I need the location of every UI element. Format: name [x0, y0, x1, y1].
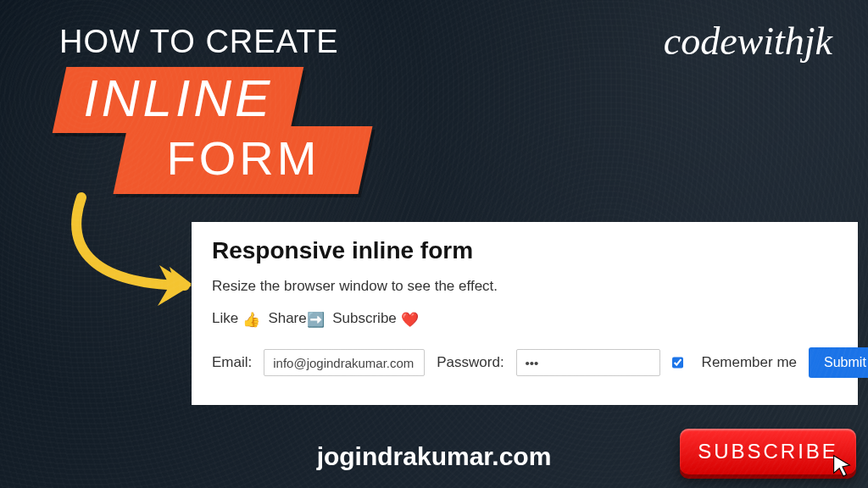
title-inline-text: INLINE	[83, 72, 273, 125]
social-share-label: Share	[268, 310, 306, 326]
social-like-label: Like	[212, 310, 238, 326]
card-heading: Responsive inline form	[212, 237, 839, 264]
title-block: How to Create INLINE FORM	[59, 24, 365, 194]
remember-checkbox[interactable]	[672, 356, 683, 369]
submit-button[interactable]: Submit	[809, 347, 868, 378]
heart-icon: ❤️	[401, 311, 419, 329]
email-label: Email:	[212, 354, 252, 371]
inline-form: Email: Password: Remember me Submit	[212, 347, 839, 378]
social-subscribe-label: Subscribe	[332, 310, 397, 326]
remember-label: Remember me	[702, 354, 797, 371]
arrow-right-icon: ➡️	[307, 311, 325, 329]
title-tag-form: FORM	[113, 126, 372, 194]
brand-logo: codewithjk	[664, 19, 832, 64]
cursor-icon	[829, 452, 854, 478]
card-social: Like 👍 Share➡️ Subscribe ❤️	[212, 310, 839, 329]
form-card: Responsive inline form Resize the browse…	[192, 222, 858, 405]
thumbnail-canvas: codewithjk How to Create INLINE FORM Res…	[0, 0, 868, 488]
email-field[interactable]	[264, 349, 425, 376]
subscribe-button[interactable]: SUBSCRIBE	[680, 429, 856, 474]
password-label: Password:	[437, 354, 504, 371]
subscribe-label: SUBSCRIBE	[698, 440, 838, 463]
title-form-text: FORM	[166, 135, 320, 182]
password-field[interactable]	[516, 349, 660, 376]
thumbs-up-icon: 👍	[242, 311, 260, 329]
title-line1: How to Create	[59, 24, 365, 60]
title-tag-inline: INLINE	[53, 67, 303, 133]
card-lead: Resize the browser window to see the eff…	[212, 278, 839, 295]
